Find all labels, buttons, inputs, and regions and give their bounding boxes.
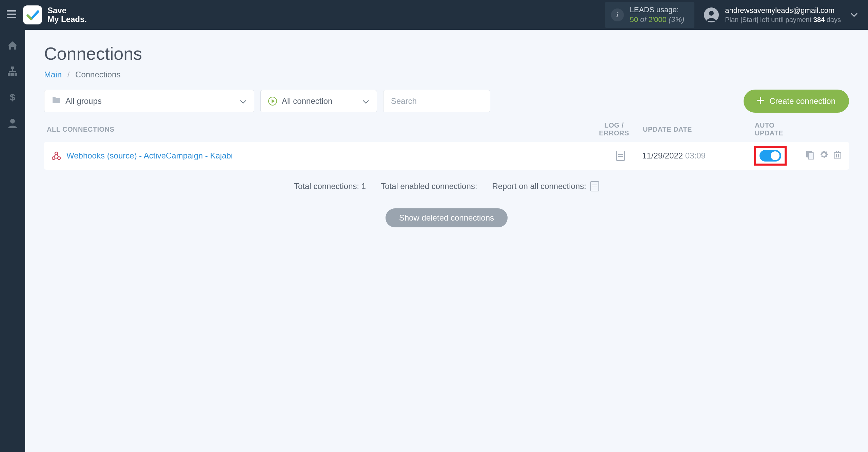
gear-icon[interactable] [819, 150, 829, 162]
sidebar-home-icon[interactable] [5, 38, 20, 53]
svg-rect-7 [15, 73, 17, 76]
svg-rect-6 [11, 73, 14, 76]
svg-rect-1 [7, 14, 16, 15]
logo-icon[interactable] [23, 5, 42, 24]
connection-status-select[interactable]: All connection [260, 90, 377, 112]
folder-icon [52, 96, 61, 106]
svg-rect-15 [757, 100, 764, 101]
svg-rect-20 [808, 153, 814, 159]
document-icon[interactable] [590, 181, 599, 191]
main-content: Connections Main / Connections All group… [25, 30, 868, 452]
breadcrumb: Main / Connections [44, 70, 849, 79]
logo-text: Save My Leads. [47, 6, 87, 24]
svg-point-13 [10, 119, 15, 124]
svg-point-3 [709, 11, 714, 16]
webhook-icon [52, 151, 61, 161]
col-auto-update: AUTO UPDATE [741, 121, 802, 137]
report-connections: Report on all connections: [492, 181, 599, 191]
menu-icon[interactable] [7, 9, 16, 21]
breadcrumb-current: Connections [75, 70, 120, 79]
sidebar: $ [0, 30, 25, 452]
chevron-down-icon [362, 96, 369, 106]
document-icon [616, 151, 625, 161]
create-label: Create connection [769, 96, 835, 106]
svg-rect-10 [9, 71, 9, 73]
chevron-down-icon [240, 96, 246, 106]
user-email: andrewsavemyleads@gmail.com [725, 6, 841, 16]
logo-line-1: Save [47, 6, 87, 15]
breadcrumb-separator: / [67, 70, 70, 79]
user-plan: Plan |Start| left until payment 384 days [725, 15, 841, 24]
log-button[interactable] [599, 151, 642, 161]
col-log-errors: LOG / ERRORS [589, 121, 639, 137]
chevron-down-icon[interactable] [850, 11, 858, 19]
user-menu[interactable]: andrewsavemyleads@gmail.com Plan |Start|… [704, 6, 841, 24]
usage-box[interactable]: i LEADS usage: 50 of 2'000 (3%) [605, 2, 695, 28]
groups-select[interactable]: All groups [44, 90, 254, 112]
header-bar: Save My Leads. i LEADS usage: 50 of 2'00… [0, 0, 868, 30]
summary-row: Total connections: 1 Total enabled conne… [44, 181, 849, 191]
play-icon [268, 97, 277, 106]
enabled-connections: Total enabled connections: [381, 182, 477, 191]
sidebar-user-icon[interactable] [5, 115, 20, 130]
table-row: Webhooks (source) - ActiveCampaign - Kaj… [44, 142, 849, 170]
auto-update-toggle[interactable] [760, 150, 781, 162]
filters-row: All groups All connection Create connect… [44, 90, 849, 113]
search-input[interactable] [383, 90, 490, 112]
usage-values: 50 of 2'000 (3%) [630, 15, 685, 25]
copy-icon[interactable] [806, 150, 814, 162]
logo-line-2: My Leads. [47, 15, 87, 24]
show-deleted-button[interactable]: Show deleted connections [386, 208, 508, 227]
connection-status-label: All connection [282, 96, 332, 106]
svg-rect-5 [8, 73, 11, 76]
svg-rect-0 [7, 10, 16, 12]
svg-point-17 [52, 157, 55, 159]
plus-icon [757, 96, 764, 106]
svg-rect-4 [11, 67, 14, 69]
update-date: 11/29/2022 03:09 [642, 151, 744, 161]
col-update-date: UPDATE DATE [639, 126, 741, 133]
sidebar-connections-icon[interactable] [5, 64, 20, 79]
create-connection-button[interactable]: Create connection [744, 90, 849, 113]
svg-text:$: $ [10, 92, 15, 102]
trash-icon[interactable] [833, 150, 842, 162]
breadcrumb-main[interactable]: Main [44, 70, 62, 79]
svg-rect-11 [16, 71, 16, 73]
avatar-icon [704, 7, 719, 22]
page-title: Connections [44, 43, 849, 64]
sidebar-billing-icon[interactable]: $ [5, 90, 20, 105]
table-header: ALL CONNECTIONS LOG / ERRORS UPDATE DATE… [44, 121, 849, 142]
usage-label: LEADS usage: [630, 5, 685, 15]
connection-link[interactable]: Webhooks (source) - ActiveCampaign - Kaj… [66, 151, 233, 161]
svg-rect-2 [7, 17, 16, 18]
svg-rect-9 [9, 71, 16, 72]
svg-rect-21 [835, 152, 840, 159]
highlight-box [754, 146, 787, 166]
svg-point-18 [58, 157, 60, 159]
total-connections: Total connections: 1 [294, 182, 366, 191]
col-all-connections: ALL CONNECTIONS [47, 126, 589, 133]
groups-label: All groups [65, 96, 102, 106]
info-icon: i [611, 8, 624, 21]
